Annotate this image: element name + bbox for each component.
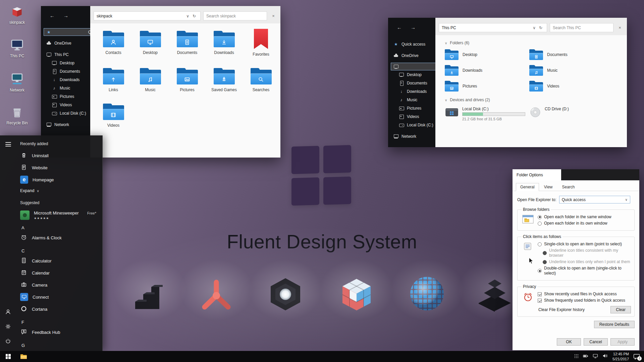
folder-item-videos[interactable]: Videos (529, 81, 614, 92)
sidebar-item-downloads[interactable]: ↓Downloads (388, 87, 435, 96)
sidebar-item-downloads[interactable]: ↓Downloads (41, 75, 90, 84)
clear-button[interactable]: Clear (610, 306, 631, 313)
taskbar-clock[interactable]: 12:45 PM 5/21/2017 (612, 352, 629, 361)
settings-gear-icon[interactable] (4, 323, 12, 331)
checkbox-recent-files[interactable]: Show recently used files in Quick access (538, 292, 631, 297)
search-input[interactable] (553, 25, 610, 30)
device-item-cd-drive[interactable]: CD Drive (D:) (529, 106, 614, 121)
folder-item-pictures[interactable]: Pictures (445, 81, 529, 92)
search-input[interactable] (206, 14, 264, 18)
sidebar-item-videos[interactable]: Videos (388, 112, 435, 121)
refresh-icon[interactable]: ↻ (191, 14, 198, 18)
sidebar-item-desktop[interactable]: Desktop (41, 59, 90, 67)
action-center-icon[interactable]: 2 (633, 354, 640, 360)
back-icon[interactable]: ← (50, 13, 55, 18)
address-bar[interactable]: This PC ∨ ↻ (439, 23, 547, 32)
sidebar-item-desktop[interactable]: Desktop (388, 70, 435, 79)
hamburger-icon[interactable] (5, 142, 11, 146)
expand-toggle[interactable]: Expand ∨ (17, 186, 100, 196)
sidebar-item-network[interactable]: Network (388, 132, 435, 140)
sidebar-item-pictures[interactable]: Pictures (41, 92, 90, 101)
tab-general[interactable]: General (516, 183, 539, 191)
file-item-desktop[interactable]: Desktop (132, 31, 168, 57)
start-item-alarms-clock[interactable]: Alarms & Clock (17, 232, 100, 244)
ok-button[interactable]: OK (557, 338, 581, 346)
forward-icon[interactable]: → (63, 13, 68, 18)
sidebar-item-music[interactable]: ♪Music (388, 96, 435, 104)
section-letter[interactable]: A (21, 225, 100, 230)
radio-single-click[interactable]: Single-click to open an item (point to s… (538, 242, 631, 247)
start-item-connect[interactable]: Connect (17, 291, 100, 303)
folders-group-header[interactable]: ∨ Folders (6) (445, 41, 627, 45)
sidebar-item-videos[interactable]: Videos (41, 101, 90, 109)
desktop-icon-recycle-bin[interactable]: Recycle Bin (3, 106, 32, 125)
file-item-links[interactable]: Links (95, 68, 131, 92)
file-item-favorites[interactable]: Favorites (243, 31, 279, 57)
taskbar-file-explorer[interactable] (16, 351, 31, 362)
tray-apps-grid-icon[interactable] (574, 354, 579, 360)
open-to-select[interactable]: Quick access ∨ (559, 196, 630, 203)
tab-view[interactable]: View (540, 183, 557, 191)
sidebar-item-local-disk[interactable]: Local Disk (C:) (41, 109, 90, 117)
section-letter[interactable]: F (21, 320, 100, 325)
file-item-saved-games[interactable]: Saved Games (206, 68, 242, 92)
folder-item-documents[interactable]: Documents (529, 49, 614, 60)
address-dropdown-icon[interactable]: ∨ (531, 25, 537, 30)
file-item-searches[interactable]: Searches (243, 68, 279, 92)
suggested-app-minesweeper[interactable]: Microsoft Minesweeper ★★★★★ Free* (17, 208, 100, 221)
start-item-website[interactable]: Website (17, 162, 100, 174)
start-item-feedback-hub[interactable]: Feedback Hub (17, 326, 100, 338)
start-item-camera[interactable]: Camera (17, 279, 100, 291)
file-item-contacts[interactable]: Contacts (95, 31, 131, 57)
search-box[interactable] (550, 23, 613, 32)
sidebar-item-onedrive[interactable]: OneDrive (41, 39, 90, 47)
sidebar-item-this-pc[interactable]: This PC (41, 50, 90, 59)
tray-speaker-icon[interactable] (602, 353, 608, 360)
close-icon[interactable]: × (616, 25, 624, 30)
back-icon[interactable]: ← (397, 24, 402, 30)
address-dropdown-icon[interactable]: ∨ (184, 14, 191, 18)
desktop-icon-this-pc[interactable]: This PC (3, 39, 32, 58)
restore-defaults-button[interactable]: Restore Defaults (594, 321, 635, 328)
start-item-cortana[interactable]: Cortana (17, 303, 100, 315)
folder-item-downloads[interactable]: Downloads (445, 65, 529, 76)
user-icon[interactable] (4, 308, 12, 317)
address-bar[interactable]: skinpack ∨ ↻ (94, 11, 201, 20)
section-letter[interactable]: C (21, 248, 100, 253)
sidebar-item-documents[interactable]: Documents (388, 79, 435, 87)
tab-search[interactable]: Search (558, 183, 579, 191)
desktop-icon-skinpack[interactable]: skinpack (3, 6, 32, 25)
start-button[interactable] (0, 351, 16, 362)
radio-own-window[interactable]: Open each folder in its own window (538, 221, 631, 226)
power-icon[interactable] (4, 338, 12, 346)
file-item-downloads[interactable]: Downloads (206, 31, 242, 57)
radio-double-click[interactable]: Double-click to open an item (single-cli… (538, 266, 631, 276)
sidebar-item-pictures[interactable]: Pictures (388, 104, 435, 112)
desktop-icon-network[interactable]: Network (3, 73, 32, 93)
start-item-calendar[interactable]: Calendar (17, 267, 100, 279)
apply-button[interactable]: Apply (610, 338, 635, 346)
refresh-icon[interactable]: ↻ (537, 25, 544, 30)
sidebar-item-music[interactable]: ♪Music (41, 84, 90, 92)
section-letter[interactable]: G (21, 343, 100, 348)
checkbox-frequent-folders[interactable]: Show frequently used folders in Quick ac… (538, 298, 631, 303)
sidebar-item-quick-access[interactable]: ★Quick access (388, 40, 435, 48)
tray-battery-icon[interactable] (583, 354, 588, 360)
device-item-local-disk[interactable]: Local Disk (C:) 21.2 GB free of 31.5 GB (445, 106, 529, 121)
forward-icon[interactable]: → (411, 24, 416, 30)
tray-network-icon[interactable] (593, 354, 598, 360)
file-item-documents[interactable]: Documents (169, 31, 205, 57)
sidebar-item-local-disk[interactable]: Local Disk (C:) (388, 121, 435, 129)
file-item-videos[interactable]: Videos (95, 104, 131, 128)
file-item-pictures[interactable]: Pictures (169, 68, 205, 92)
devices-group-header[interactable]: ∨ Devices and drives (2) (445, 98, 627, 102)
search-box[interactable] (203, 11, 267, 20)
close-icon[interactable]: × (270, 13, 277, 18)
folder-item-desktop[interactable]: Desktop (445, 49, 529, 60)
file-item-music[interactable]: Music (132, 68, 168, 92)
cancel-button[interactable]: Cancel (584, 338, 608, 346)
start-item-calculator[interactable]: Calculator (17, 255, 100, 267)
folder-item-music[interactable]: Music (529, 65, 614, 76)
sidebar-item-documents[interactable]: Documents (41, 67, 90, 75)
sidebar-item-network[interactable]: Network (41, 120, 90, 129)
